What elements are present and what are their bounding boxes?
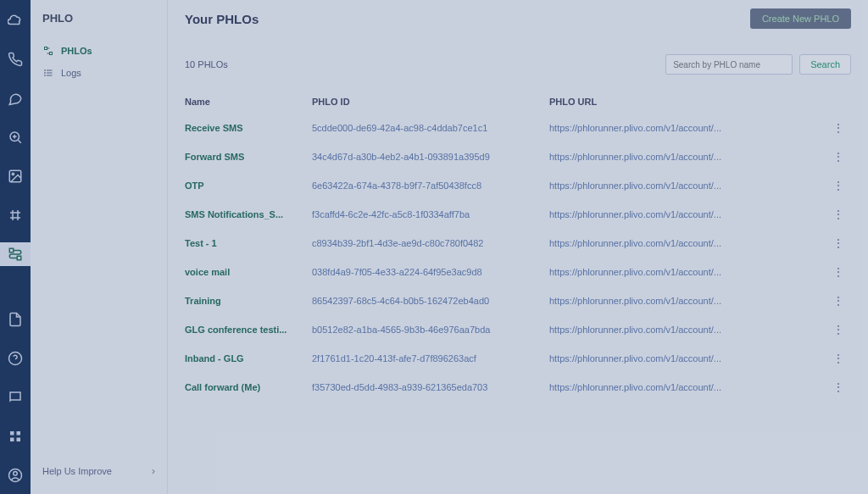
search-button[interactable]: Search: [799, 54, 851, 75]
nav-item-phlos[interactable]: PHLOs: [31, 40, 167, 62]
phlo-id: 6e63422a-674a-4378-b9f7-7af50438fcc8: [312, 180, 549, 191]
table-row: SMS Notifications_S...f3caffd4-6c2e-42fc…: [185, 200, 851, 229]
table-row: Training86542397-68c5-4c64-b0b5-162472eb…: [185, 286, 851, 315]
phlo-id: 34c4d67d-a30b-4eb2-a4b1-093891a395d9: [312, 152, 549, 162]
flow-icon[interactable]: [0, 242, 31, 266]
search-wrap: Search: [665, 54, 851, 75]
svg-rect-13: [50, 53, 53, 55]
phlo-url-link[interactable]: https://phlorunner.plivo.com/v1/account/…: [549, 325, 826, 335]
row-menu-button[interactable]: ⋮: [826, 151, 851, 163]
phlo-name-link[interactable]: Call forward (Me): [185, 382, 312, 392]
svg-rect-7: [17, 431, 21, 436]
svg-rect-3: [9, 248, 14, 253]
row-menu-button[interactable]: ⋮: [826, 381, 851, 393]
svg-rect-9: [17, 438, 21, 442]
phlo-id: 5cdde000-de69-42a4-ac98-c4ddab7ce1c1: [312, 123, 549, 133]
phlo-url-link[interactable]: https://phlorunner.plivo.com/v1/account/…: [549, 238, 826, 248]
nav-item-logs[interactable]: Logs: [31, 62, 167, 84]
phlo-name-link[interactable]: voice mail: [185, 267, 312, 277]
create-phlo-button[interactable]: Create New PHLO: [750, 8, 851, 29]
phlo-id: c8934b39-2bf1-4d3e-ae9d-c80c780f0482: [312, 238, 549, 248]
app-root: PHLO PHLOs Logs Help Us Improve › Your P…: [0, 0, 868, 494]
col-id: PHLO ID: [312, 97, 549, 107]
phone-icon[interactable]: [0, 47, 31, 71]
row-menu-button[interactable]: ⋮: [826, 295, 851, 307]
phlo-url-link[interactable]: https://phlorunner.plivo.com/v1/account/…: [549, 180, 826, 191]
svg-point-18: [45, 73, 46, 74]
phlo-id: 2f1761d1-1c20-413f-afe7-d7f896263acf: [312, 353, 549, 364]
phlo-url-link[interactable]: https://phlorunner.plivo.com/v1/account/…: [549, 296, 826, 306]
table-row: OTP6e63422a-674a-4378-b9f7-7af50438fcc8h…: [185, 171, 851, 200]
row-menu-button[interactable]: ⋮: [826, 122, 851, 134]
phlo-url-link[interactable]: https://phlorunner.plivo.com/v1/account/…: [549, 209, 826, 219]
phlo-name-link[interactable]: GLG conference testi...: [185, 325, 312, 335]
list-icon: [42, 67, 54, 79]
table-row: Receive SMS5cdde000-de69-42a4-ac98-c4dda…: [185, 114, 851, 142]
phlo-id: 86542397-68c5-4c64-b0b5-162472eb4ad0: [312, 296, 549, 306]
phlo-name-link[interactable]: OTP: [185, 180, 312, 191]
phlo-id: b0512e82-a1ba-4565-9b3b-46e976aa7bda: [312, 325, 549, 335]
table-row: Test - 1c8934b39-2bf1-4d3e-ae9d-c80c780f…: [185, 229, 851, 258]
row-menu-button[interactable]: ⋮: [826, 352, 851, 364]
phlo-url-link[interactable]: https://phlorunner.plivo.com/v1/account/…: [549, 382, 826, 392]
phlo-name-link[interactable]: Test - 1: [185, 238, 312, 248]
phlo-name-link[interactable]: Forward SMS: [185, 152, 312, 162]
avatar-icon[interactable]: [0, 463, 31, 487]
message-icon[interactable]: [0, 386, 31, 409]
grid-icon[interactable]: [0, 203, 31, 227]
help-label: Help Us Improve: [42, 466, 112, 476]
phlo-name-link[interactable]: Receive SMS: [185, 123, 312, 133]
svg-rect-12: [45, 47, 47, 50]
phlo-url-link[interactable]: https://phlorunner.plivo.com/v1/account/…: [549, 267, 826, 277]
svg-point-2: [12, 173, 14, 175]
phlo-url-link[interactable]: https://phlorunner.plivo.com/v1/account/…: [549, 152, 826, 162]
icon-rail: [0, 0, 31, 494]
table-header: Name PHLO ID PHLO URL: [185, 88, 851, 114]
phlo-id: 038fd4a9-7f05-4e33-a224-64f95e3ac9d8: [312, 267, 549, 277]
row-menu-button[interactable]: ⋮: [826, 208, 851, 220]
svg-rect-8: [10, 438, 14, 442]
svg-rect-4: [17, 256, 21, 260]
svg-point-11: [14, 472, 18, 476]
row-menu-button[interactable]: ⋮: [826, 324, 851, 336]
row-menu-button[interactable]: ⋮: [826, 266, 851, 278]
col-name: Name: [185, 97, 312, 107]
page-title: Your PHLOs: [185, 12, 259, 26]
phlo-count: 10 PHLOs: [185, 59, 228, 69]
image-icon[interactable]: [0, 164, 31, 188]
phlo-url-link[interactable]: https://phlorunner.plivo.com/v1/account/…: [549, 353, 826, 364]
phlo-table: Name PHLO ID PHLO URL Receive SMS5cdde00…: [185, 88, 851, 402]
col-url: PHLO URL: [549, 97, 826, 107]
chat-icon[interactable]: [0, 86, 31, 110]
chevron-right-icon: ›: [152, 464, 155, 477]
doc-icon[interactable]: [0, 308, 31, 331]
table-row: Call forward (Me)f35730ed-d5dd-4983-a939…: [185, 373, 851, 402]
row-menu-button[interactable]: ⋮: [826, 180, 851, 191]
nav-item-label: PHLOs: [61, 46, 92, 56]
nav-item-label: Logs: [61, 68, 81, 78]
apps-icon[interactable]: [0, 425, 31, 448]
svg-point-17: [45, 70, 46, 71]
svg-point-19: [45, 75, 46, 76]
zoom-icon[interactable]: [0, 125, 31, 149]
secondary-nav: PHLO PHLOs Logs Help Us Improve ›: [31, 0, 168, 494]
phlo-name-link[interactable]: Training: [185, 296, 312, 306]
main-panel: Your PHLOs Create New PHLO 10 PHLOs Sear…: [168, 0, 868, 494]
table-row: Inband - GLG2f1761d1-1c20-413f-afe7-d7f8…: [185, 344, 851, 373]
nav-title: PHLO: [31, 8, 167, 40]
phlo-id: f3caffd4-6c2e-42fc-a5c8-1f0334aff7ba: [312, 209, 549, 219]
cloud-icon[interactable]: [0, 8, 31, 32]
flow-icon: [42, 45, 54, 57]
table-row: voice mail038fd4a9-7f05-4e33-a224-64f95e…: [185, 258, 851, 286]
help-improve-link[interactable]: Help Us Improve ›: [31, 456, 167, 486]
help-icon[interactable]: [0, 347, 31, 370]
search-input[interactable]: [665, 54, 793, 75]
phlo-name-link[interactable]: SMS Notifications_S...: [185, 209, 312, 219]
sub-bar: 10 PHLOs Search: [185, 54, 851, 75]
table-row: GLG conference testi...b0512e82-a1ba-456…: [185, 315, 851, 344]
main-header: Your PHLOs Create New PHLO: [185, 8, 851, 29]
phlo-name-link[interactable]: Inband - GLG: [185, 353, 312, 364]
table-row: Forward SMS34c4d67d-a30b-4eb2-a4b1-09389…: [185, 142, 851, 171]
phlo-url-link[interactable]: https://phlorunner.plivo.com/v1/account/…: [549, 123, 826, 133]
row-menu-button[interactable]: ⋮: [826, 237, 851, 249]
